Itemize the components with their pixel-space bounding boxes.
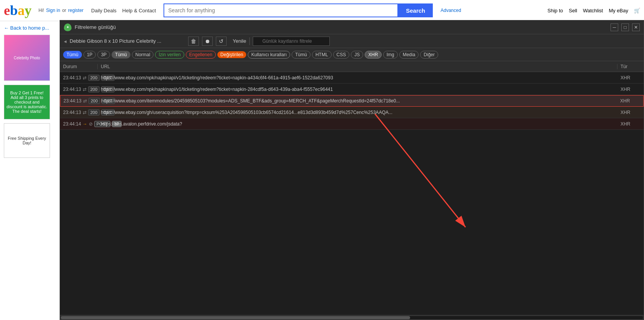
header-right: Ship to Sell Watchlist My eBay 🛒	[547, 8, 640, 13]
promo-box-1: Buy 2 Get 1 Free! Add all 3 prints to ch…	[4, 85, 50, 119]
tab-css[interactable]: CSS	[333, 51, 350, 59]
tab-all-3[interactable]: Tümü	[292, 51, 310, 59]
toolbar-divider	[249, 37, 250, 45]
table-header: Durum URL Tür	[60, 61, 644, 72]
filter-input[interactable]	[253, 37, 330, 46]
sign-in-link[interactable]: Sign in	[46, 8, 60, 13]
greeting-text: Hi!	[38, 8, 44, 13]
cart-icon[interactable]: 🛒	[634, 8, 640, 13]
register-link[interactable]: register	[68, 8, 83, 13]
tab-3p[interactable]: 3P	[97, 51, 110, 59]
time-3: 23:44:13	[63, 98, 82, 104]
promo-box-2: Free Shipping Every Day!	[4, 123, 50, 158]
row-url-2: https://www.ebay.com/npk/napkinapi/v1/ti…	[98, 87, 617, 92]
scrollbar-track	[61, 316, 643, 319]
product-image: Celebrity Photo	[4, 35, 50, 81]
blocked-icon: ⊘	[89, 121, 93, 127]
row-durum-2: 23:44:13 ⇄ 200 GET	[63, 86, 98, 92]
tab-izin-verilen[interactable]: İzin verilen	[155, 51, 184, 59]
header-links: Hi! Sign in or register	[38, 8, 83, 13]
col-tur: Tür	[617, 64, 641, 69]
refresh-button[interactable]: ↺	[216, 37, 227, 46]
shield-icon: ✦	[64, 23, 72, 31]
tab-all-2[interactable]: Tümü	[112, 51, 130, 59]
sell-link[interactable]: Sell	[569, 8, 577, 13]
tab-diger[interactable]: Diğer	[420, 51, 438, 59]
devtools-toolbar: ◂ Debbie Gibson 8 x 10 Picture Celebrity…	[60, 34, 644, 48]
close-button[interactable]: ✕	[632, 23, 640, 31]
advanced-search-link[interactable]: Advanced	[440, 8, 461, 13]
time-4: 23:44:13	[63, 110, 81, 115]
row-tur-4: XHR	[617, 110, 641, 115]
ebay-header: ebay Hi! Sign in or register Daily Deals…	[0, 0, 644, 21]
arrows-icon-1: ⇄	[83, 75, 87, 80]
or-text: or	[62, 8, 66, 13]
time-1: 23:44:13	[63, 75, 81, 80]
delete-button[interactable]: 🗑	[188, 37, 199, 46]
row-tur-2: XHR	[617, 87, 641, 92]
row-url-1: https://www.ebay.com/npk/napkinapi/v1/ti…	[98, 75, 617, 80]
time-5: 23:44:14	[63, 121, 81, 127]
devtools-title-text: Filtreleme günlüğü	[75, 24, 611, 30]
search-button[interactable]: Search	[398, 3, 433, 17]
table-row-selected[interactable]: 23:44:13 ⇄ 200 GET https://www.ebay.com/…	[60, 95, 644, 107]
tab-kullanici-kurallari[interactable]: Kullanıcı kuralları	[248, 51, 290, 59]
row-tur-3: XHR	[617, 98, 640, 104]
tab-1p[interactable]: 1P	[83, 51, 96, 59]
minimize-button[interactable]: ─	[611, 23, 618, 31]
tab-xhr[interactable]: XHR	[365, 51, 381, 59]
help-contact-link[interactable]: Help & Contact	[122, 8, 156, 13]
tab-degistirilen[interactable]: Değiştirilen	[217, 51, 246, 58]
tab-engellenen[interactable]: Engellenen	[186, 51, 216, 59]
row-url-3: https://www.ebay.com/itemmodules/2045985…	[98, 98, 617, 104]
arrows-icon-2: ⇄	[83, 87, 87, 92]
ship-to: Ship to	[547, 8, 563, 13]
row-url-4: https://www.ebay.com/gh/useracquisition?…	[98, 110, 617, 115]
record-button[interactable]: ⏺	[202, 37, 213, 46]
search-bar-container: Search	[164, 3, 433, 17]
daily-deals-link[interactable]: Daily Deals	[91, 8, 117, 13]
table-row[interactable]: 23:44:14 → ⊘ POST 3P https://cas.avalon.…	[60, 118, 644, 130]
filter-container: 🔍	[253, 37, 330, 46]
row-url-5: https://cas.avalon.perfdrive.com/jsdata?	[98, 121, 617, 127]
horizontal-scrollbar[interactable]	[60, 315, 644, 320]
row-tur-5: XHR	[617, 121, 641, 127]
devtools-titlebar: ✦ Filtreleme günlüğü ─ □ ✕	[60, 20, 644, 34]
network-table: 23:44:13 ⇄ 200 GET https://www.ebay.com/…	[60, 72, 644, 315]
col-url: URL	[98, 64, 617, 69]
row-tur-1: XHR	[617, 75, 641, 80]
header-nav: Daily Deals Help & Contact	[91, 8, 156, 13]
tab-normal[interactable]: Normal	[132, 51, 154, 59]
time-2: 23:44:13	[63, 87, 81, 92]
table-row[interactable]: 23:44:13 ⇄ 200 GET https://www.ebay.com/…	[60, 84, 644, 95]
left-sidebar: ← Back to home p... Celebrity Photo Buy …	[0, 21, 60, 320]
tab-img[interactable]: Img	[383, 51, 398, 59]
watchlist-link[interactable]: Watchlist	[583, 8, 603, 13]
col-durum: Durum	[63, 64, 98, 69]
ebay-logo[interactable]: ebay	[4, 2, 32, 18]
table-row[interactable]: 23:44:13 ⇄ 200 GET https://www.ebay.com/…	[60, 72, 644, 84]
tab-media[interactable]: Media	[399, 51, 419, 59]
devtools-controls: ─ □ ✕	[611, 23, 640, 31]
tab-all-1[interactable]: Tümü	[63, 51, 82, 59]
filter-tabs: Tümü 1P 3P Tümü Normal İzin verilen Enge…	[60, 48, 644, 61]
tab-html[interactable]: HTML	[312, 51, 332, 59]
tab-js[interactable]: JS	[351, 51, 363, 59]
my-ebay-link[interactable]: My eBay	[609, 8, 628, 13]
devtools-panel: ✦ Filtreleme günlüğü ─ □ ✕ ◂ Debbie Gibs…	[60, 20, 644, 320]
row-durum-4: 23:44:13 ⇄ 200 GET	[63, 109, 98, 116]
arrow-right-icon: →	[83, 121, 87, 127]
row-durum-3: 23:44:13 ⇄ 200 GET	[63, 98, 98, 104]
arrows-icon-3: ⇄	[83, 98, 87, 104]
search-input[interactable]	[164, 3, 398, 17]
panel-title: Debbie Gibson 8 x 10 Picture Celebrity .…	[70, 38, 185, 44]
row-durum-5: 23:44:14 → ⊘ POST 3P	[63, 121, 98, 127]
back-button[interactable]: ◂	[64, 38, 67, 44]
scrollbar-thumb[interactable]	[61, 316, 410, 319]
table-row[interactable]: 23:44:13 ⇄ 200 GET https://www.ebay.com/…	[60, 107, 644, 118]
back-link[interactable]: ← Back to home p...	[4, 25, 56, 31]
yenile-text: Yenile	[233, 38, 246, 44]
arrows-icon-4: ⇄	[83, 110, 87, 115]
row-durum-1: 23:44:13 ⇄ 200 GET	[63, 75, 98, 81]
maximize-button[interactable]: □	[621, 23, 629, 31]
